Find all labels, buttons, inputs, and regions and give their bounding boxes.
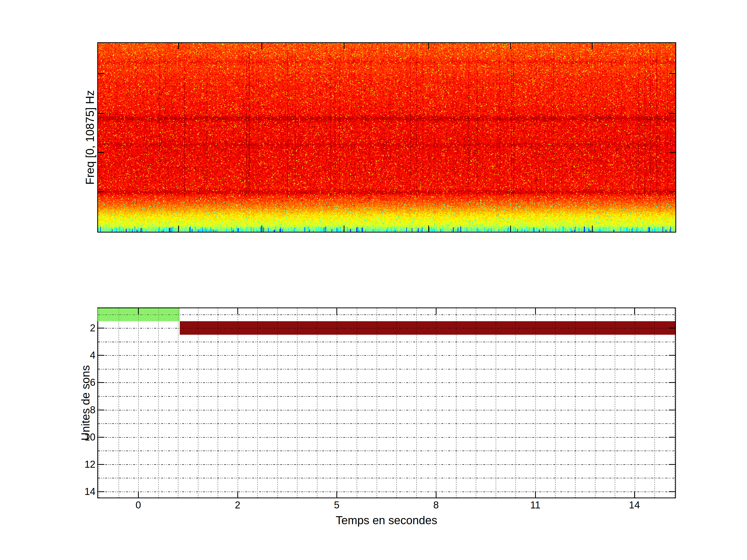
grid-hline — [98, 315, 675, 315]
spectrogram-y-tick — [669, 152, 675, 153]
grid-hline — [98, 328, 675, 328]
grid-hline — [98, 369, 675, 369]
x-tick — [138, 491, 139, 498]
spectrogram-x-tick — [178, 43, 179, 49]
x-tick — [634, 308, 635, 315]
grid-vline — [615, 308, 615, 498]
y-tick — [669, 355, 675, 356]
grid-hline — [98, 382, 675, 383]
y-tick — [98, 491, 104, 492]
grid-vline — [377, 308, 377, 498]
x-tick — [336, 308, 337, 315]
spectrogram-x-tick — [428, 225, 429, 232]
spectrogram-x-tick — [510, 225, 511, 232]
y-tick — [98, 328, 104, 328]
spectrogram-x-tick — [261, 225, 262, 232]
grid-vline — [357, 308, 357, 498]
grid-vline — [674, 308, 675, 498]
matlab-figure: Freq [0, 10875] Hz 025811142468101214 Un… — [0, 0, 747, 560]
grid-vline — [277, 308, 278, 498]
x-tick — [436, 308, 437, 315]
spectrogram-x-tick — [178, 225, 179, 232]
grid-vline — [515, 308, 516, 498]
y-tick — [669, 464, 675, 465]
grid-hline — [98, 342, 675, 342]
x-tick — [237, 308, 238, 315]
grid-vline — [476, 308, 476, 498]
y-tick-label: 4 — [59, 350, 96, 361]
x-tick-label: 14 — [614, 500, 655, 510]
grid-vline — [456, 308, 457, 498]
grid-hline — [98, 355, 675, 356]
grid-hline — [98, 451, 675, 451]
x-tick-label: 5 — [316, 500, 357, 510]
x-tick — [336, 491, 337, 498]
y-tick-label: 12 — [59, 459, 96, 470]
grid-vline — [436, 308, 437, 498]
x-tick — [138, 308, 139, 315]
spectrogram-x-tick — [344, 225, 344, 232]
y-tick — [98, 437, 104, 437]
x-tick-label: 0 — [118, 500, 159, 510]
grid-vline — [238, 308, 238, 498]
spectrogram-plot-frame — [97, 42, 676, 233]
grid-hline — [98, 423, 675, 424]
grid-vline — [535, 308, 536, 498]
x-axis-label: Temps en secondes — [336, 514, 437, 527]
grid-vline — [297, 308, 298, 498]
y-tick — [669, 437, 675, 437]
grid-vline — [217, 308, 218, 498]
y-tick — [669, 410, 675, 410]
y-tick — [669, 491, 675, 492]
x-tick — [535, 308, 536, 315]
grid-hline — [98, 464, 675, 465]
grid-hline — [98, 437, 675, 437]
grid-vline — [635, 308, 635, 498]
grid-hline — [98, 410, 675, 410]
grid-vline — [138, 308, 139, 498]
y-tick — [98, 355, 104, 356]
grid-vline — [317, 308, 317, 498]
grid-vline — [257, 308, 258, 498]
spectrogram-y-tick — [98, 73, 104, 74]
grid-vline — [595, 308, 595, 498]
grid-vline — [575, 308, 575, 498]
spectrogram-y-tick — [98, 152, 104, 153]
y-tick — [98, 410, 104, 410]
bottom-ylabel: Unites de sons — [79, 365, 92, 441]
grid-vline — [555, 308, 556, 498]
y-tick-label: 14 — [59, 486, 96, 497]
spectrogram-x-tick — [592, 225, 593, 232]
grid-hline — [98, 478, 675, 478]
sound-units-plot-frame — [97, 308, 676, 498]
y-tick-label: 2 — [59, 323, 96, 333]
grid-vline — [178, 308, 178, 498]
spectrogram-x-tick — [510, 43, 511, 49]
x-tick — [436, 491, 437, 498]
x-tick-label: 11 — [515, 500, 556, 510]
spectrogram-y-tick — [98, 113, 104, 114]
spectrogram-y-tick — [669, 113, 675, 114]
x-tick — [535, 491, 536, 498]
spectrogram-y-tick — [669, 73, 675, 74]
grid-hline — [98, 491, 675, 492]
x-tick-label: 8 — [415, 500, 457, 510]
grid-hline — [98, 396, 675, 397]
y-tick — [669, 382, 675, 383]
grid-vline — [416, 308, 417, 498]
y-tick — [669, 328, 675, 328]
spectrogram-x-tick — [261, 43, 262, 49]
grid-vline — [496, 308, 496, 498]
grid-vline — [654, 308, 655, 498]
grid-vline — [396, 308, 397, 498]
grid-vline — [337, 308, 337, 498]
spectrogram-x-tick — [592, 43, 593, 49]
grid-vline — [99, 308, 99, 498]
top-ylabel: Freq [0, 10875] Hz — [83, 90, 97, 185]
x-tick — [237, 491, 238, 498]
grid-vline — [198, 308, 199, 498]
y-tick — [98, 464, 104, 465]
spectrogram-x-tick — [428, 43, 429, 49]
x-tick-label: 2 — [217, 500, 258, 510]
spectrogram-y-tick — [98, 191, 104, 192]
